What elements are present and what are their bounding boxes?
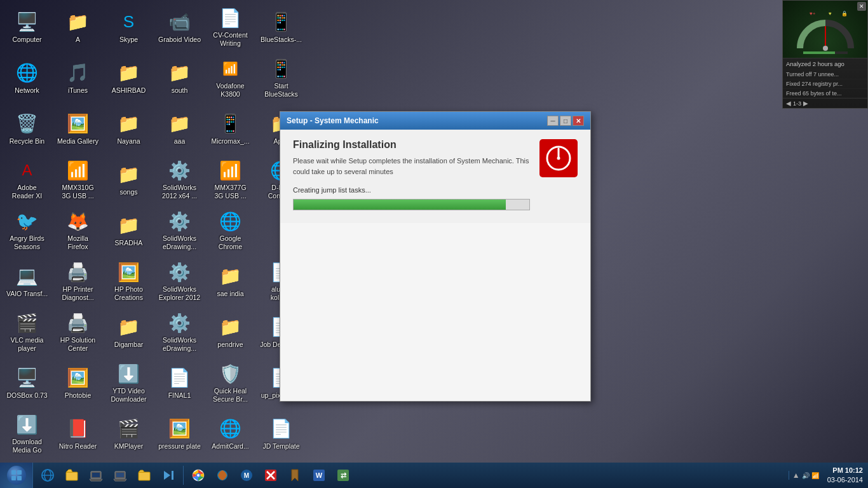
icon-skype[interactable]: S Skype [105,3,153,51]
sysmechanic-widget: ✕ ♥+ ♥ 🔒 Analyzed 2 hours ago Tur [782,0,868,109]
dialog-description: Please wait while Setup completes the in… [293,156,530,177]
taskbar-explorer-icon[interactable] [60,464,83,487]
icon-angrybirds[interactable]: 🐦 Angry Birds Seasons [3,207,51,254]
icon-pendrive[interactable]: 📁 pendrive [207,308,254,356]
svg-text:♥: ♥ [829,11,832,17]
icon-quickheal[interactable]: 🛡️ Quick Heal Secure Br... [207,359,254,407]
icon-nayana[interactable]: 📁 Nayana [105,105,153,152]
icon-mmx377g[interactable]: 📶 MMX377G 3G USB ... [207,156,254,203]
sm-gauge: ✕ ♥+ ♥ 🔒 [783,1,867,58]
svg-rect-6 [803,51,835,54]
icon-pressure[interactable]: 🖼️ pressure plate [156,410,203,458]
icon-nitroreader[interactable]: 📕 Nitro Reader [54,410,102,458]
taskbar-bookmark-icon[interactable] [283,464,306,487]
taskbar-maxthon-icon[interactable]: M [235,464,258,487]
icon-aaa[interactable]: 📁 aaa [156,105,203,152]
icon-bluestacks1[interactable]: 📱 BlueStacks-... [257,3,305,51]
icon-itunes[interactable]: 🎵 iTunes [54,54,102,102]
svg-point-1 [823,46,828,51]
icon-saeindia[interactable]: 📁 sae india [207,257,254,305]
sm-prev-arrow[interactable]: ◀ [786,100,791,107]
dialog-logo [539,139,578,177]
dialog-progress-fill [294,200,506,210]
dialog-progress-bar [293,199,530,210]
svg-rect-22 [139,472,150,480]
taskbar-date: 03-06-2014 [827,475,863,485]
icon-photobie[interactable]: 🖼️ Photobie [54,359,102,407]
taskbar-volume-icon[interactable]: 🔊 [802,472,810,479]
dialog-minimize-button[interactable]: ─ [547,116,559,126]
dialog-maximize-button[interactable]: □ [560,116,571,126]
icon-hpsolution[interactable]: 🖨️ HP Solution Center [54,308,102,356]
icon-songs[interactable]: 📁 songs [105,156,153,203]
svg-rect-12 [11,476,16,480]
taskbar-ie-icon[interactable] [36,464,59,487]
icon-solidworks4[interactable]: ⚙️ SolidWorks eDrawing... [156,308,203,356]
icon-solidworks2[interactable]: ⚙️ SolidWorks eDrawing... [156,207,203,254]
icon-vlc[interactable]: 🎬 VLC media player [3,308,51,356]
sm-close-button[interactable]: ✕ [857,2,866,11]
icon-jdtemplate[interactable]: 📄 JD Template [257,410,305,458]
taskbar-transfer-icon[interactable]: ⇄ [332,464,355,487]
icon-computer[interactable]: 🖥️ Computer [3,3,51,51]
start-orb-icon [7,466,26,485]
icon-chrome[interactable]: 🌐 Google Chrome [207,207,254,254]
taskbar-up-arrow[interactable]: ▲ [792,471,800,480]
icon-digambar[interactable]: 📁 Digambar [105,308,153,356]
dialog-body: Finalizing Installation Please wait whil… [280,130,590,223]
icon-vaio[interactable]: 💻 VAIO Transf... [3,257,51,305]
sm-item1[interactable]: Turned off 7 unnee... [783,69,867,79]
icon-vodafone[interactable]: 📶 Vodafone K3800 [207,54,254,102]
taskbar-network-icon[interactable]: 📶 [811,472,819,479]
icon-south[interactable]: 📁 south [156,54,203,102]
start-button[interactable] [0,463,33,488]
svg-rect-17 [66,472,78,480]
icon-hpphoto[interactable]: 🖼️ HP Photo Creations [105,257,153,305]
icon-bluestacks2[interactable]: 📱 Start BlueStacks [257,54,305,102]
icon-mediagallery[interactable]: 🖼️ Media Gallery [54,105,102,152]
svg-rect-10 [11,470,16,475]
icon-solidworks1[interactable]: ⚙️ SolidWorks 2012 x64 ... [156,156,203,203]
icon-hpprinter[interactable]: 🖨️ HP Printer Diagnost... [54,257,102,305]
taskbar-word-icon[interactable]: W [308,464,330,487]
svg-text:M: M [244,472,249,479]
sm-analyzed-text: Analyzed 2 hours ago [783,58,867,69]
taskbar: M W ⇄ [0,463,868,488]
icon-kmplayer[interactable]: 🎬 KMPlayer [105,410,153,458]
icon-downloadmedia[interactable]: ⬇️ Download Media Go [3,410,51,458]
svg-text:♥+: ♥+ [810,11,816,17]
icon-mmx310g[interactable]: 📶 MMX310G 3G USB ... [54,156,102,203]
icon-solidworks3[interactable]: ⚙️ SolidWorks Explorer 2012 [156,257,203,305]
icon-ashirbad[interactable]: 📁 ASHIRBAD [105,54,153,102]
icon-ytd[interactable]: ⬇️ YTD Video Downloader [105,359,153,407]
taskbar-folder-icon[interactable] [133,464,156,487]
taskbar-media-icon[interactable] [157,464,180,487]
dialog-close-button[interactable]: ✕ [573,116,584,126]
icon-cv-content[interactable]: 📄 CV-Content Writing [207,3,254,51]
icon-adobe[interactable]: A Adobe Reader XI [3,156,51,203]
icon-graboid[interactable]: 📹 Graboid Video [156,3,203,51]
svg-point-9 [557,157,560,160]
icon-a[interactable]: 📁 A [54,3,102,51]
sm-next-arrow[interactable]: ▶ [803,100,808,107]
sm-item3[interactable]: Freed 65 bytes of te... [783,88,867,98]
icon-final1[interactable]: 📄 FINAL1 [156,359,203,407]
svg-text:⇄: ⇄ [341,471,347,479]
icon-firefox[interactable]: 🦊 Mozilla Firefox [54,207,102,254]
sm-item2[interactable]: Fixed 274 registry pr... [783,79,867,88]
icon-micromax[interactable]: 📱 Micromax_... [207,105,254,152]
icon-dosbox[interactable]: 🖥️ DOSBox 0.73 [3,359,51,407]
taskbar-taskswitch-icon[interactable] [109,464,132,487]
dialog-status-text: Creating jump list tasks... [293,186,530,194]
taskbar-clock[interactable]: PM 10:12 03-06-2014 [822,466,868,485]
icon-sradha[interactable]: 📁 SRADHA [105,207,153,254]
icon-admitcard[interactable]: 🌐 AdmitCard... [207,410,254,458]
icon-network[interactable]: 🌐 Network [3,54,51,102]
icon-recycle[interactable]: 🗑️ Recycle Bin [3,105,51,152]
sm-pagination[interactable]: ◀ 1-3 ▶ [783,98,867,108]
taskbar-laptop-icon[interactable] [85,464,107,487]
taskbar-tool-icon[interactable] [259,464,282,487]
taskbar-divider1 [183,466,184,485]
taskbar-firefox-icon[interactable] [211,464,234,487]
taskbar-chrome-icon[interactable] [187,464,210,487]
